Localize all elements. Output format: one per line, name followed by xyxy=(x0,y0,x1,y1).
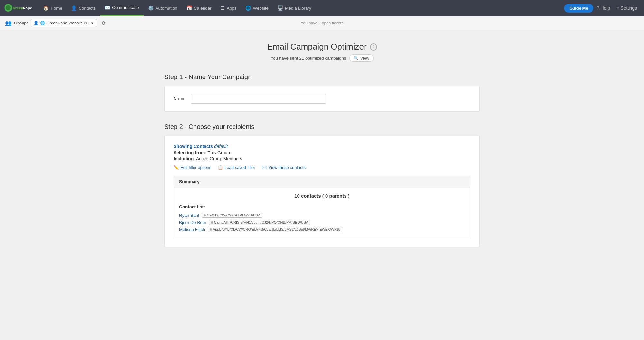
nav-apps[interactable]: ☰ Apps xyxy=(216,0,241,16)
page-title: Email Campaign Optimizer xyxy=(267,42,366,52)
contact-item-3: Melissa Filich AppB/BYB/CL/CW/CRO/ELVNB/… xyxy=(179,227,465,232)
nav-website[interactable]: 🌐 Website xyxy=(241,0,273,16)
contact-name-3[interactable]: Melissa Filich xyxy=(179,227,205,232)
subbar: 👥 Group: 👤 🌐 GreenRope Website 20' ▼ ⚙ Y… xyxy=(0,16,644,30)
summary-section: Summary 10 contacts ( 0 parents ) Contac… xyxy=(174,176,470,239)
showing-default: default xyxy=(214,144,228,149)
contact-name-2[interactable]: Bjorn De Boer xyxy=(179,220,206,225)
contact-badge-text-1: CEO19/CW/CSS/HTML5/SD/USA xyxy=(207,213,260,217)
pencil-icon: ✏️ xyxy=(174,165,179,170)
title-help-icon[interactable]: ? xyxy=(370,43,377,51)
apps-icon: ☰ xyxy=(221,5,225,11)
view-contacts-link[interactable]: ✉️ View these contacts xyxy=(262,165,306,170)
hamburger-icon: ≡ xyxy=(616,5,619,11)
group-selector[interactable]: 👤 🌐 GreenRope Website 20' ▼ xyxy=(31,19,97,27)
summary-header: Summary xyxy=(174,176,470,188)
including-label: Including: xyxy=(174,156,195,161)
subtitle-text: You have sent 21 optimized campaigns xyxy=(270,56,346,60)
nav-home[interactable]: 🏠 Home xyxy=(39,0,67,16)
selecting-from-row: Selecting from: This Group xyxy=(174,150,470,155)
contacts-icon: 👤 xyxy=(71,5,77,11)
svg-point-1 xyxy=(6,5,11,10)
help-link[interactable]: ? Help xyxy=(593,5,613,11)
badge-dot-3 xyxy=(210,228,212,231)
step1-title: Step 1 - Name Your Campaign xyxy=(164,73,480,81)
website-icon: 🌐 xyxy=(245,5,251,11)
people-icon: 👥 xyxy=(5,20,12,26)
contact-item-1: Ryan Bahl CEO19/CW/CSS/HTML5/SD/USA xyxy=(179,213,465,218)
settings-link[interactable]: ≡ Settings xyxy=(613,5,640,11)
svg-text:Rope: Rope xyxy=(23,6,32,10)
globe-icon: 🌐 xyxy=(40,21,45,25)
contact-badge-2: CampAffT/CRISIS/HH1/Journ/CJ2/NPO/ONB/PM… xyxy=(209,220,310,225)
group-label: Group: xyxy=(14,21,28,25)
contact-badge-3: AppB/BYB/CL/CW/CRO/ELVNB/CJ2/JL/LMS/LMS2… xyxy=(208,227,342,232)
guide-me-button[interactable]: Guide Me xyxy=(564,4,593,13)
selecting-from-label: Selecting from: xyxy=(174,150,206,155)
search-icon: 🔍 xyxy=(354,56,359,60)
home-icon: 🏠 xyxy=(43,5,49,11)
load-icon: 📋 xyxy=(218,165,223,170)
subbar-gear-icon[interactable]: ⚙ xyxy=(101,20,106,26)
badge-dot-2 xyxy=(211,221,213,224)
edit-filter-label: Edit filter options xyxy=(180,165,211,170)
communicate-icon: ✉️ xyxy=(105,5,110,10)
including-row: Including: Active Group Members xyxy=(174,156,470,161)
summary-body: 10 contacts ( 0 parents ) Contact list: … xyxy=(174,188,470,239)
step1-box: Name: xyxy=(164,86,480,112)
open-ticket-text: You have 2 open tickets xyxy=(301,21,343,25)
avatar-icon: 👤 xyxy=(33,21,39,25)
name-label: Name: xyxy=(174,96,187,101)
showing-label: Showing Contacts xyxy=(174,144,213,149)
svg-text:Green: Green xyxy=(13,6,23,10)
load-filter-link[interactable]: 📋 Load saved filter xyxy=(218,165,255,170)
question-icon: ? xyxy=(597,5,599,11)
selecting-from-value: This Group xyxy=(208,150,230,155)
automation-icon: ⚙️ xyxy=(148,5,154,11)
badge-dot-1 xyxy=(204,214,206,216)
contact-list-label: Contact list: xyxy=(179,204,465,209)
group-name: GreenRope Website 20' xyxy=(46,21,89,25)
contact-name-1[interactable]: Ryan Bahl xyxy=(179,213,199,218)
nav-communicate[interactable]: ✉️ Communicate xyxy=(100,0,143,16)
media-icon: 🖥️ xyxy=(278,5,283,11)
nav-contacts[interactable]: 👤 Contacts xyxy=(67,0,100,16)
including-value: Active Group Members xyxy=(196,156,242,161)
edit-filter-link[interactable]: ✏️ Edit filter options xyxy=(174,165,211,170)
subtitle-row: You have sent 21 optimized campaigns 🔍 V… xyxy=(164,54,480,62)
dropdown-arrow-icon: ▼ xyxy=(90,21,94,25)
nav-calendar[interactable]: 📅 Calendar xyxy=(182,0,216,16)
contact-item-2: Bjorn De Boer CampAffT/CRISIS/HH1/Journ/… xyxy=(179,220,465,225)
contacts-count: 10 contacts ( 0 parents ) xyxy=(179,193,465,198)
envelope-icon: ✉️ xyxy=(262,165,267,170)
main-content: Email Campaign Optimizer ? You have sent… xyxy=(145,30,499,271)
step2-title: Step 2 - Choose your recipients xyxy=(164,123,480,131)
contact-badge-text-3: AppB/BYB/CL/CW/CRO/ELVNB/CJ2/JL/LMS/LMS2… xyxy=(213,227,340,231)
step2-box: Showing Contacts default Selecting from:… xyxy=(164,136,480,247)
filter-links-row: ✏️ Edit filter options 📋 Load saved filt… xyxy=(174,165,470,170)
campaign-name-input[interactable] xyxy=(191,94,326,104)
page-title-row: Email Campaign Optimizer ? xyxy=(164,42,480,52)
view-button[interactable]: 🔍 View xyxy=(349,54,374,62)
logo[interactable]: Green Rope xyxy=(4,2,33,14)
nav-automation[interactable]: ⚙️ Automation xyxy=(144,0,182,16)
contact-badge-1: CEO19/CW/CSS/HTML5/SD/USA xyxy=(202,213,262,218)
view-button-label: View xyxy=(360,56,369,60)
calendar-icon: 📅 xyxy=(186,5,192,11)
view-contacts-label: View these contacts xyxy=(269,165,306,170)
contact-badge-text-2: CampAffT/CRISIS/HH1/Journ/CJ2/NPO/ONB/PM… xyxy=(214,220,308,224)
main-nav: Green Rope 🏠 Home 👤 Contacts ✉️ Communic… xyxy=(0,0,644,16)
nav-media-library[interactable]: 🖥️ Media Library xyxy=(273,0,316,16)
name-row: Name: xyxy=(174,94,470,104)
showing-contacts-row: Showing Contacts default xyxy=(174,144,470,149)
load-filter-label: Load saved filter xyxy=(224,165,255,170)
